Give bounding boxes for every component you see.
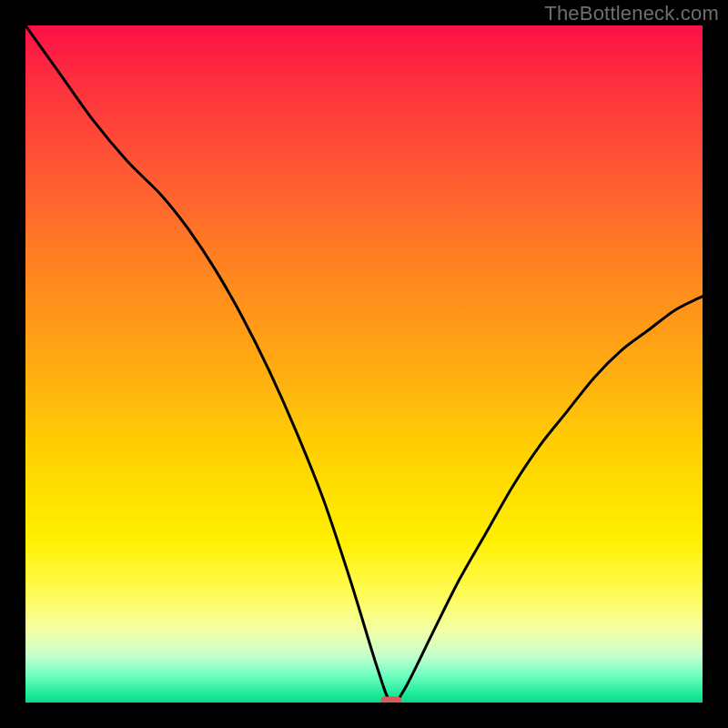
- plot-area: [25, 25, 703, 703]
- curve-svg: [25, 25, 703, 703]
- watermark-text: TheBottleneck.com: [544, 2, 719, 25]
- minimum-marker: [381, 697, 401, 703]
- chart-frame: TheBottleneck.com: [0, 0, 728, 728]
- bottleneck-curve: [25, 25, 703, 703]
